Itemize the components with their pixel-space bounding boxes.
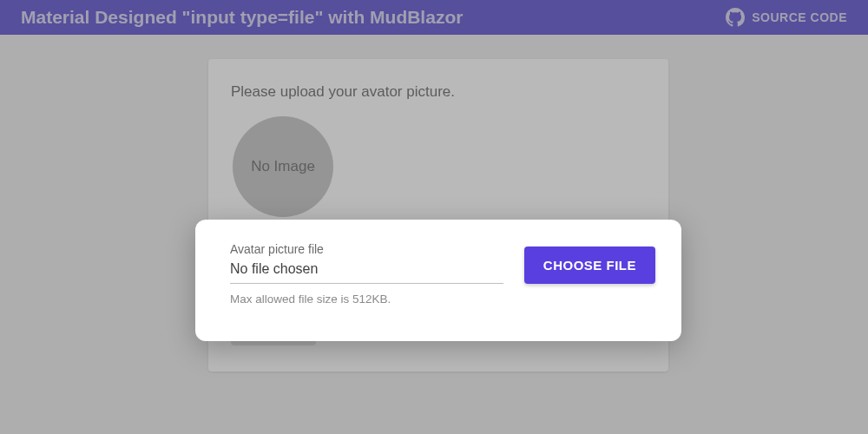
dialog-file-field-label: Avatar picture file [230, 242, 503, 256]
source-code-link[interactable]: SOURCE CODE [726, 8, 847, 27]
dialog-choose-file-button[interactable]: CHOOSE FILE [524, 247, 655, 284]
source-code-label: SOURCE CODE [752, 10, 847, 24]
header-title: Material Designed "input type=file" with… [21, 7, 463, 28]
dialog-file-field-value[interactable]: No file chosen [230, 261, 503, 284]
dialog-file-input-row: Avatar picture file No file chosen CHOOS… [230, 242, 655, 284]
card-instruction: Please upload your avator picture. [231, 83, 646, 101]
avatar-placeholder: No Image [233, 116, 333, 217]
app-header: Material Designed "input type=file" with… [0, 0, 868, 35]
file-chooser-dialog: Avatar picture file No file chosen CHOOS… [195, 220, 681, 341]
github-icon [726, 8, 745, 27]
dialog-file-size-hint: Max allowed file size is 512KB. [230, 293, 655, 306]
avatar-placeholder-text: No Image [251, 158, 315, 175]
